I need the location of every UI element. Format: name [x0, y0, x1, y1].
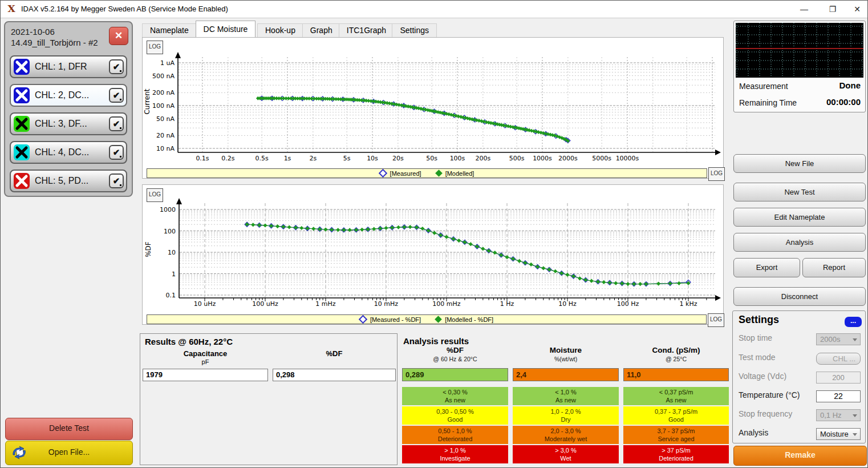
chart2-yaxis-log-button[interactable]: LOG [147, 188, 163, 202]
measurement-status: Done [813, 80, 861, 90]
setting-label-3: Temperature (°C) [739, 390, 800, 400]
df-value-field[interactable]: 0,298 [273, 369, 396, 381]
maximize-button[interactable]: ❐ [824, 3, 842, 15]
class-label: Dry [561, 416, 570, 423]
delete-test-button[interactable]: Delete Test [5, 418, 133, 440]
y-tick-label: 10 nA [156, 145, 175, 152]
class-range: 1,0 - 2,0 % [550, 408, 581, 415]
class-label: As new [666, 397, 686, 404]
class-label: As new [555, 397, 576, 404]
settings-more-button[interactable]: ... [845, 317, 862, 327]
y-tick-label: 1 uA [160, 59, 175, 67]
class-label: Service aged [658, 435, 694, 442]
measurement-monitor: Measurement Done Remaining Time 00:00:00 [733, 21, 866, 112]
measured-series [259, 96, 570, 143]
analysis-class-row: 1,0 - 2,0 %Dry [513, 406, 619, 425]
setting-label-1: Test mode [739, 353, 776, 362]
y-tick-label: 200 nA [152, 89, 175, 96]
x-tick-label: 10 mHz [374, 300, 398, 308]
y-tick-label: 10 [168, 249, 176, 256]
measured-marker-icon [378, 169, 387, 178]
tab-graph[interactable]: Graph [302, 23, 340, 37]
channel-item-5[interactable]: CHL: 5, PD...✔ [10, 170, 127, 192]
analysis-col-header: Cond. (pS/m) [623, 346, 729, 354]
channel-2-checkbox[interactable]: ✔ [109, 88, 124, 103]
analysis-class-row: 0,30 - 0,50 %Good [402, 406, 508, 425]
edit-nameplate-button[interactable]: Edit Nameplate [733, 208, 866, 227]
class-range: > 3,0 % [555, 447, 577, 454]
setting-control-analysis[interactable]: Moisture [816, 428, 861, 440]
close-test-button[interactable]: ✕ [109, 27, 128, 45]
channel-5-label: CHL: 5, PD... [35, 171, 88, 191]
new-file-button[interactable]: New File [733, 154, 866, 173]
channel-4-checkbox[interactable]: ✔ [109, 145, 124, 160]
chart2-xaxis-log-button[interactable]: LOG [708, 313, 724, 327]
channel-1-checkbox[interactable]: ✔ [109, 59, 124, 74]
channel-5-checkbox[interactable]: ✔ [109, 174, 124, 188]
legend-measured-df-label: [Measured - %DF] [370, 316, 421, 323]
disconnect-button[interactable]: Disconnect [733, 287, 866, 306]
chart1-yaxis-log-button[interactable]: LOG [147, 41, 163, 54]
setting-control-test-mode: CHL ... [816, 353, 861, 365]
remaining-time-value: 00:00:00 [813, 97, 861, 107]
current-vs-time-chart: 1 uA500 nA200 nA100 nA50 nA20 nA10 nA0.1… [143, 38, 723, 166]
class-label: Investigate [440, 455, 470, 462]
analysis-button[interactable]: Analysis [733, 233, 866, 252]
modelled-marker-icon [435, 170, 443, 177]
setting-label-2: Voltage (Vdc) [739, 372, 786, 381]
setting-control-temperature-c-[interactable]: 22 [816, 390, 861, 402]
y-tick-label: 100 [164, 228, 176, 235]
tab-itc1graph[interactable]: ITC1Graph [339, 23, 394, 37]
y-axis-label: Current [143, 88, 151, 114]
channel-3-checkbox[interactable]: ✔ [109, 116, 124, 131]
report-button[interactable]: Report [802, 258, 866, 277]
channel-3-x-icon [14, 116, 30, 132]
class-range: < 0,37 pS/m [659, 389, 693, 396]
x-tick-label: 5s [343, 155, 351, 162]
chevron-down-icon [853, 338, 857, 341]
x-tick-label: 0.1s [196, 155, 209, 162]
idax-logo-icon: X [6, 3, 17, 14]
channel-item-4[interactable]: CHL: 4, DC...✔ [10, 141, 127, 164]
tab-nameplate[interactable]: Nameplate [142, 23, 197, 37]
capacitance-value-field[interactable]: 1979 [143, 369, 268, 381]
x-tick-label: 1 kHz [680, 300, 697, 308]
class-label: Deteriorated [438, 435, 473, 442]
close-button[interactable]: ✕ [848, 3, 866, 15]
new-test-button[interactable]: New Test [733, 183, 866, 201]
chart1-xaxis-log-button[interactable]: LOG [708, 167, 725, 181]
class-range: 3,7 - 37 pS/m [657, 427, 695, 434]
analysis-class-row: 2,0 - 3,0 %Moderately wet [513, 426, 619, 444]
y-tick-label: 50 nA [156, 115, 175, 123]
minimize-button[interactable]: — [795, 3, 813, 15]
channel-item-1[interactable]: CHL: 1, DFR✔ [10, 55, 127, 78]
class-range: < 1,0 % [555, 389, 577, 396]
tab-settings[interactable]: Settings [392, 23, 437, 37]
class-label: Deteriorated [659, 455, 693, 462]
setting-label-4: Stop frequency [739, 409, 792, 418]
analysis-class-row: > 37 pS/mDeteriorated [623, 445, 729, 463]
analysis-col-header: Moisture [513, 346, 619, 354]
x-tick-label: 100 Hz [617, 300, 639, 308]
analysis-value: 2,4 [513, 368, 619, 381]
window-title: IDAX v5.2.164 by Megger Sweden AB (Servi… [21, 5, 228, 13]
remake-button[interactable]: Remake [733, 446, 867, 466]
channel-item-2[interactable]: CHL: 2, DC...✔ [10, 84, 127, 107]
class-range: 0,30 - 0,50 % [436, 408, 473, 415]
channel-item-3[interactable]: CHL: 3, DF...✔ [10, 112, 127, 135]
analysis-class-row: > 1,0 %Investigate [402, 445, 508, 463]
export-button[interactable]: Export [733, 258, 800, 277]
capacitance-unit: pF [143, 358, 268, 365]
modelled-series [256, 96, 570, 143]
y-tick-label: 20 nA [156, 132, 175, 139]
measured-df-marker-icon [359, 315, 368, 324]
tab-dc-moisture[interactable]: DC Moisture [196, 21, 256, 37]
open-file-button[interactable]: Open File... [5, 441, 133, 465]
analysis-value: 11,0 [623, 368, 729, 381]
y-tick-label: 0.1 [166, 292, 176, 299]
tab-hook-up[interactable]: Hook-up [257, 23, 303, 37]
measurement-label: Measurement [739, 82, 788, 91]
setting-control-stop-time: 2000s [816, 333, 861, 345]
x-tick-label: 1 Hz [500, 300, 514, 308]
class-range: 0,50 - 1,0 % [438, 427, 472, 434]
